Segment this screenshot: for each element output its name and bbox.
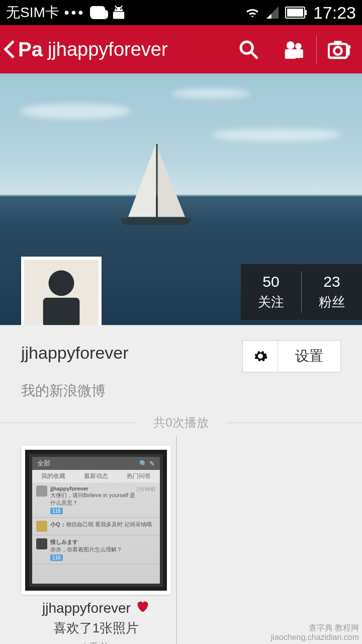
svg-line-8	[251, 52, 257, 58]
clock: 17:23	[313, 3, 356, 23]
back-button[interactable]	[0, 25, 18, 73]
gear-icon	[243, 341, 278, 372]
app-bar: Pa jjhappyforever	[0, 25, 362, 73]
page-title: jjhappyforever	[48, 39, 178, 60]
timeline: 全部 🔍 ✎ 我的收藏 最新动态 热门问答 j	[0, 431, 362, 644]
search-button[interactable]	[226, 25, 271, 73]
android-icon	[110, 6, 127, 20]
signal-icon	[266, 7, 279, 19]
bio: 我的新浪微博	[0, 372, 362, 413]
post-action: 喜欢了1张照片	[21, 619, 171, 637]
battery-icon	[285, 7, 307, 19]
settings-label: 设置	[278, 347, 340, 366]
following-count: 50	[258, 273, 284, 290]
wechat-icon	[90, 6, 105, 19]
svg-point-14	[334, 47, 341, 54]
settings-button[interactable]: 设置	[242, 340, 341, 372]
watermark: 查字典 教程网 jiaocheng.chazidian.com	[271, 623, 359, 642]
post-author: jjhappyforever	[42, 600, 131, 616]
sailboat-graphic	[126, 144, 191, 224]
svg-marker-19	[158, 149, 185, 217]
svg-point-1	[120, 9, 122, 10]
svg-line-3	[121, 6, 122, 8]
svg-point-16	[347, 45, 351, 49]
fans-count: 23	[319, 273, 345, 290]
svg-rect-15	[334, 41, 341, 45]
svg-point-11	[295, 43, 302, 49]
svg-line-2	[115, 6, 117, 8]
camera-button[interactable]	[317, 25, 362, 73]
sim-status: 无SIM卡	[6, 3, 59, 22]
svg-rect-22	[43, 298, 80, 327]
stats-overlay: 50 关注 23 粉丝	[241, 264, 362, 320]
username: jjhappyforever	[21, 343, 129, 363]
svg-rect-10	[285, 49, 296, 59]
svg-rect-5	[287, 9, 303, 17]
svg-rect-12	[295, 49, 303, 58]
friends-button[interactable]	[271, 25, 316, 73]
fans-label: 粉丝	[319, 293, 345, 311]
svg-rect-6	[305, 10, 307, 15]
following-stat[interactable]: 50 关注	[241, 271, 301, 313]
svg-point-0	[116, 9, 118, 10]
post-item[interactable]: 全部 🔍 ✎ 我的收藏 最新动态 热门问答 j	[21, 446, 341, 644]
play-count-divider: 共0次播放	[0, 415, 362, 431]
svg-point-9	[287, 41, 295, 49]
following-label: 关注	[258, 293, 284, 311]
dots-icon: •••	[64, 5, 85, 21]
svg-rect-17	[347, 48, 350, 55]
post-thumbnail[interactable]: 全部 🔍 ✎ 我的收藏 最新动态 热门问答 j	[21, 446, 171, 595]
svg-marker-18	[128, 144, 156, 217]
svg-point-21	[49, 270, 74, 296]
status-bar: 无SIM卡 ••• 17:23	[0, 0, 362, 25]
heart-icon	[136, 600, 150, 616]
wifi-icon	[245, 7, 260, 19]
fans-stat[interactable]: 23 粉丝	[301, 271, 362, 313]
post-time: 1天前	[21, 640, 171, 644]
app-logo: Pa	[18, 38, 48, 61]
timeline-line	[176, 436, 177, 644]
